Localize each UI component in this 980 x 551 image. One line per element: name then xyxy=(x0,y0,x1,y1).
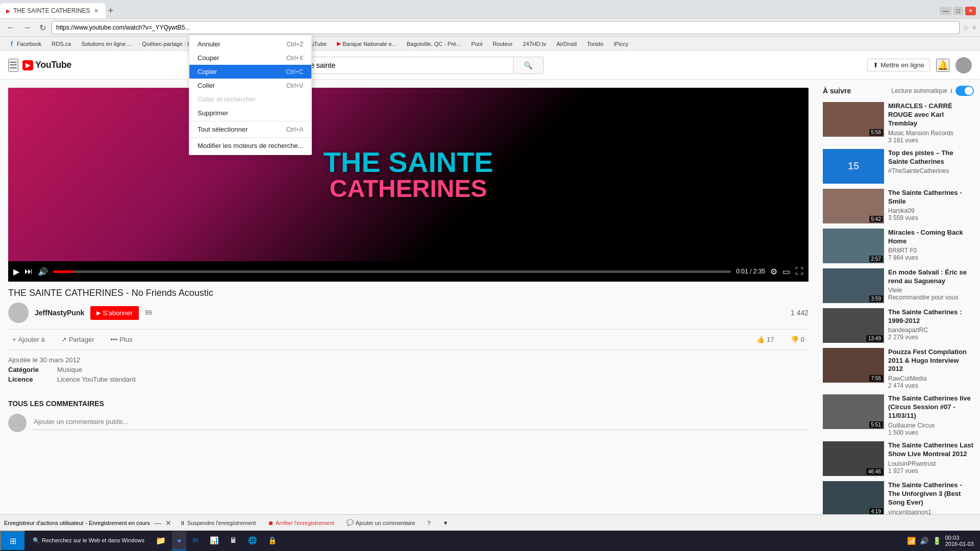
maximize-btn[interactable]: □ xyxy=(953,7,963,15)
yt-logo[interactable]: ▶ YouTube xyxy=(22,60,71,70)
recording-minimize-btn[interactable]: — xyxy=(154,519,161,527)
ctx-copier[interactable]: Copier Ctrl+C xyxy=(189,65,311,79)
back-btn[interactable]: ← xyxy=(4,22,17,33)
active-tab[interactable]: ▶ THE SAINTE CATHERINES ✕ xyxy=(0,3,106,18)
bookmark-facebook[interactable]: f Facebook xyxy=(4,39,45,48)
bookmark-solutions[interactable]: Solutions en ligne ... xyxy=(77,40,136,48)
rec-item-5[interactable]: 3:59 En mode Salvail : Éric se rend au S… xyxy=(823,268,974,303)
settings-control-btn[interactable]: ⚙ xyxy=(770,267,777,277)
context-menu: Annuler Ctrl+Z Couper Ctrl+X Copier Ctrl… xyxy=(189,35,312,155)
rec-item-8[interactable]: 5:51 The Sainte Catherines live (Circus … xyxy=(823,394,974,436)
windows-icon: ⊞ xyxy=(10,536,16,546)
taskbar-app4[interactable]: 🔒 xyxy=(263,531,282,550)
bookmark-247hd[interactable]: AirDroid xyxy=(552,40,581,48)
progress-bar[interactable] xyxy=(53,270,731,273)
taskbar-outlook[interactable]: ✉ xyxy=(187,531,204,550)
hamburger-menu-btn[interactable]: ☰ xyxy=(8,59,18,72)
start-btn[interactable]: ⊞ xyxy=(0,531,26,551)
more-btn[interactable]: ••• Plus xyxy=(107,334,137,345)
settings-menu-btn[interactable]: ≡ xyxy=(972,24,976,31)
dislike-btn[interactable]: 👎 0 xyxy=(787,334,808,345)
rec-item-3[interactable]: 5:42 The Sainte Catherines - Smile Harsk… xyxy=(823,189,974,223)
network-icon[interactable]: 📶 xyxy=(907,537,916,545)
channel-name[interactable]: JeffNastyPunk xyxy=(35,309,84,317)
address-bar[interactable] xyxy=(52,21,960,34)
taskbar-app3[interactable]: 🌐 xyxy=(243,531,262,550)
new-tab-btn[interactable]: + xyxy=(108,6,113,16)
add-comment-btn[interactable]: 💬 Ajouter un commentaire xyxy=(342,518,420,527)
rec-item-7[interactable]: 7:56 Pouzza Fest Compilation 2011 & Hugo… xyxy=(823,348,974,390)
ctx-coller[interactable]: Coller Ctrl+V xyxy=(189,79,311,92)
rec-item-1[interactable]: 5:58 MIRACLES - CARRÉ ROUGE avec Karl Tr… xyxy=(823,102,974,144)
rec-item-4[interactable]: 2:57 Miracles - Coming Back Home BR8RT F… xyxy=(823,229,974,263)
rec-item-9[interactable]: 46:46 The Sainte Catherines Last Show Li… xyxy=(823,441,974,476)
tab-close-btn[interactable]: ✕ xyxy=(93,7,100,15)
recording-close-btn[interactable]: ✕ xyxy=(165,519,172,527)
subscribe-btn[interactable]: ▶ S'abonner xyxy=(90,306,139,320)
bookmark-ipiccy[interactable] xyxy=(634,43,643,45)
bookmark-bagotville[interactable]: Pool xyxy=(467,40,486,48)
app4-icon: 🔒 xyxy=(268,536,277,544)
rec-title-2: Top des pistes – The Sainte Catherines xyxy=(888,149,974,166)
volume-btn[interactable]: 🔊 xyxy=(38,267,48,277)
yt-logo-text: YouTube xyxy=(35,60,71,70)
fullscreen-btn[interactable]: ⛶ xyxy=(795,267,803,276)
rec-info-8: The Sainte Catherines live (Circus Sessi… xyxy=(888,394,974,436)
upload-btn[interactable]: ⬆ Mettre en ligne xyxy=(867,59,930,71)
ctx-modifier-moteurs[interactable]: Modifier les moteurs de recherche... xyxy=(189,139,311,153)
close-window-btn[interactable]: ✕ xyxy=(965,7,976,15)
next-btn[interactable]: ⏭ xyxy=(24,267,33,276)
notifications-btn[interactable]: 🔔 xyxy=(936,59,949,72)
suspend-recording-btn[interactable]: ⏸ Suspendre l'enregistrement xyxy=(176,519,260,527)
dislike-count: 0 xyxy=(801,336,804,343)
play-btn[interactable]: ▶ xyxy=(13,267,19,277)
bookmark-routeur[interactable]: 247HD.tv xyxy=(519,40,550,48)
bookmark-rds[interactable]: RDS.ca xyxy=(47,40,75,48)
taskbar-chrome[interactable]: ● xyxy=(172,531,186,550)
taskbar-app1[interactable]: 📊 xyxy=(205,531,224,550)
bookmark-quebec-label: Québec-partage : H... xyxy=(142,41,196,47)
sound-icon[interactable]: 🔊 xyxy=(920,537,928,545)
bookmark-pool[interactable]: Routeur xyxy=(488,40,517,48)
ctx-couper[interactable]: Couper Ctrl+X xyxy=(189,51,311,65)
rec-item-6[interactable]: 13:49 The Sainte Catherines : 1999-2012 … xyxy=(823,308,974,343)
add-to-btn[interactable]: + Ajouter à xyxy=(8,334,49,345)
rec-channel-6: bandeapartRC xyxy=(888,327,974,334)
ctx-copier-shortcut: Ctrl+C xyxy=(286,68,303,76)
commenter-avatar xyxy=(8,414,27,432)
bookmark-youtube[interactable]: ▶ Banque Nationale e... xyxy=(333,39,401,48)
bookmark-tonido[interactable]: iPiccy xyxy=(609,40,632,48)
help-btn[interactable]: ? xyxy=(423,519,434,527)
stop-recording-btn[interactable]: ⏹ Arrêter l'enregistrement xyxy=(264,519,338,527)
share-btn[interactable]: ↗ Partager xyxy=(57,334,99,345)
ctx-annuler[interactable]: Annuler Ctrl+Z xyxy=(189,37,311,51)
taskbar-app2[interactable]: 🖩 xyxy=(225,531,242,550)
ctx-tout-selectionner[interactable]: Tout sélectionner Ctrl+A xyxy=(189,122,311,136)
browser-chrome: ▶ THE SAINTE CATHERINES ✕ + — □ ✕ ← → ↻ … xyxy=(0,0,980,51)
autoplay-toggle[interactable] xyxy=(955,86,974,96)
minimize-btn[interactable]: — xyxy=(940,7,951,15)
bookmark-247hd-label: AirDroid xyxy=(556,41,577,47)
bookmark-star-btn[interactable]: ☆ xyxy=(963,23,969,32)
like-btn[interactable]: 👍 17 xyxy=(752,334,778,345)
more-icon: ••• xyxy=(111,336,118,343)
taskbar-search[interactable]: 🔍 Recherchez sur le Web et dans Windows xyxy=(28,531,150,550)
bookmark-airdroid[interactable]: Tonido xyxy=(583,40,607,48)
like-count: 17 xyxy=(767,336,774,343)
bookmark-banque[interactable]: Bagotville, QC - Pré... xyxy=(403,40,465,48)
yt-search-btn[interactable]: 🔍 xyxy=(513,57,544,74)
reload-btn[interactable]: ↻ xyxy=(37,22,48,34)
rec-item-2[interactable]: 15 Top des pistes – The Sainte Catherine… xyxy=(823,149,974,184)
ctx-supprimer[interactable]: Supprimer xyxy=(189,106,311,120)
comment-input[interactable] xyxy=(32,414,808,430)
battery-icon[interactable]: 🔋 xyxy=(933,537,941,545)
taskbar-file-explorer[interactable]: 📁 xyxy=(151,531,171,550)
rec-info-6: The Sainte Catherines : 1999-2012 bandea… xyxy=(888,308,974,343)
more-options-btn[interactable]: ▼ xyxy=(438,519,452,527)
forward-btn[interactable]: → xyxy=(20,22,34,33)
user-avatar[interactable] xyxy=(955,57,972,73)
date: 2016-01-03 xyxy=(945,541,974,547)
channel-avatar xyxy=(8,303,29,323)
theater-btn[interactable]: ▭ xyxy=(782,267,790,277)
clock[interactable]: 00:03 2016-01-03 xyxy=(945,535,974,547)
